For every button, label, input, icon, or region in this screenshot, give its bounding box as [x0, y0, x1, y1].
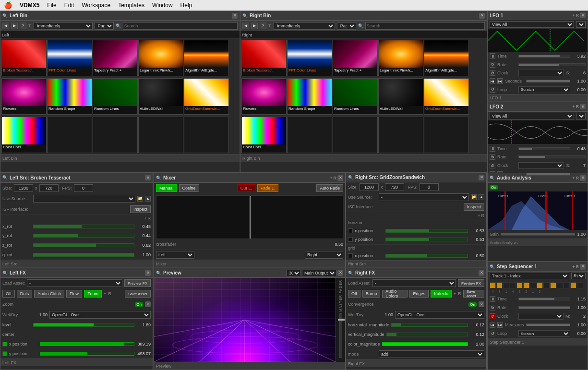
left-bin-help[interactable]: ? — [20, 23, 26, 29]
left-src-qrot-slider[interactable] — [33, 253, 134, 257]
lfo1-loop-icon[interactable]: ↺ — [490, 87, 495, 93]
seq-ff-icon[interactable]: ⏭ — [497, 322, 503, 328]
lfo1-pause-icon[interactable]: ⏸ — [490, 53, 495, 59]
lfo1-clock-icon[interactable]: ⏱ — [490, 70, 495, 76]
left-bin-search[interactable] — [123, 22, 238, 30]
right-src-hx-slider[interactable] — [385, 229, 468, 233]
right-src-width[interactable] — [360, 183, 379, 191]
preview-close[interactable]: ✕ — [337, 270, 343, 276]
step-cell-1-11[interactable] — [557, 282, 563, 288]
left-src-inspect-btn[interactable]: Inspect — [130, 205, 151, 213]
right-thumb-flowers[interactable]: Flowers — [241, 78, 287, 115]
left-src-r[interactable]: R — [148, 216, 151, 221]
lfo2-r[interactable]: R — [576, 104, 579, 109]
right-fx-preview-btn[interactable]: Preview FX — [458, 279, 484, 287]
step-cell-1-3[interactable] — [503, 282, 509, 288]
step-cell-1-4[interactable] — [510, 282, 516, 288]
audio-r[interactable]: R — [576, 176, 579, 180]
preview-fps-select[interactable]: 30 — [287, 270, 301, 276]
left-thumb-logarithmic[interactable]: LogarithmicPinwh... — [138, 40, 183, 76]
seq-scratch-select[interactable]: Scratch — [518, 330, 570, 337]
seq-kk-icon[interactable]: ⏮ — [490, 322, 495, 328]
left-thumb-fft[interactable]: FFT Color Lines — [47, 40, 92, 76]
seq-pause-icon[interactable]: ⏸ — [490, 296, 495, 302]
seq-time-slider[interactable] — [518, 298, 570, 300]
right-fx-tab-bump[interactable]: Bump — [362, 290, 381, 298]
right-src-r[interactable]: R — [481, 213, 485, 218]
step-seq-r[interactable]: R — [576, 264, 579, 269]
right-fx-horiz-slider[interactable] — [391, 323, 468, 327]
seq-rate-icon[interactable]: ↻ — [490, 305, 495, 310]
left-fx-save-btn[interactable]: Save Asset — [125, 290, 151, 298]
left-fx-level-slider[interactable] — [33, 323, 134, 327]
right-src-use-select[interactable]: - — [379, 193, 469, 201]
right-fx-plus[interactable]: + — [454, 291, 456, 296]
left-thumb-algorithm[interactable]: AlgorithmAtEgde... — [184, 40, 229, 76]
right-thumb-tapestry[interactable]: Tapestry Fract + — [333, 40, 378, 76]
right-fx-tab-kaleido[interactable]: Kaleido — [431, 290, 452, 298]
lfo1-seconds-slider[interactable] — [526, 80, 570, 83]
left-fx-zoom-close[interactable]: ✕ — [145, 301, 151, 307]
right-fx-tab-edges[interactable]: Edges — [409, 290, 429, 298]
preview-output-select[interactable]: Main Output — [302, 270, 336, 276]
lfo2-time-slider[interactable] — [518, 147, 570, 150]
right-src-up-icon[interactable]: ▲ — [479, 194, 484, 200]
right-thumb-gridzoom[interactable]: GridZoomSandwic... — [424, 78, 469, 115]
left-bin-fwd[interactable]: ▶ — [11, 23, 18, 29]
step-seq-rnd-select[interactable]: Rnd — [571, 273, 586, 279]
menu-file[interactable]: File — [47, 2, 56, 9]
right-fx-tab-off[interactable]: Off — [348, 290, 360, 298]
right-fx-vert-slider[interactable] — [386, 333, 468, 336]
lfo1-clock-select[interactable] — [518, 70, 564, 76]
right-bin-page[interactable]: Page — [337, 22, 356, 30]
left-fx-tab-flow[interactable]: Flow — [66, 290, 82, 298]
left-src-plus[interactable]: + — [144, 216, 146, 221]
seq-rate-slider[interactable] — [518, 306, 570, 309]
lfo1-rate-slider[interactable] — [518, 63, 586, 66]
left-fx-tab-zoom[interactable]: Zoom — [84, 290, 102, 298]
left-src-height[interactable] — [39, 184, 59, 192]
lfo2-pause-icon[interactable]: ⏸ — [490, 146, 495, 152]
left-fx-xpos-slider[interactable] — [40, 342, 134, 346]
right-fx-save-btn[interactable]: Save Asset — [463, 290, 484, 298]
step-cell-1-14[interactable] — [577, 282, 583, 288]
left-fx-close[interactable]: ✕ — [145, 270, 151, 276]
left-src-width[interactable] — [14, 184, 33, 192]
mixer-tab-cosine[interactable]: Cosine — [179, 184, 199, 192]
right-fx-mode-select[interactable]: add — [379, 350, 484, 358]
step-cell-1-6[interactable] — [523, 282, 529, 288]
master-fader-track[interactable] — [339, 313, 342, 358]
lfo1-kk-icon[interactable]: ⏮ — [490, 78, 495, 84]
mixer-cf-track[interactable] — [156, 195, 343, 239]
lfo2-viewall-right[interactable] — [576, 113, 586, 119]
right-bin-help[interactable]: ? — [260, 23, 266, 29]
step-cell-1-13[interactable] — [570, 282, 576, 288]
right-thumb-random-lines[interactable]: Random Lines — [333, 78, 378, 115]
left-thumb-broken-tesseract[interactable]: Broken Tesseract — [1, 40, 47, 76]
step-cell-1-8[interactable] — [537, 282, 543, 288]
step-cell-1-12[interactable] — [564, 282, 570, 288]
mixer-left-select[interactable]: Left — [156, 251, 194, 259]
left-src-zrot-slider[interactable] — [33, 243, 134, 247]
right-src-inspect-btn[interactable]: Inspect — [464, 203, 484, 211]
right-thumb-random-shape[interactable]: Random Shape — [287, 78, 332, 115]
left-fx-ypos-slider[interactable] — [40, 352, 134, 356]
lfo2-clock-select[interactable] — [518, 162, 564, 169]
left-thumb-random-lines[interactable]: Random Lines — [93, 78, 138, 115]
lfo2-viewall[interactable]: View All — [490, 113, 574, 119]
audio-on-badge[interactable]: On — [490, 185, 498, 190]
step-cell-1-9[interactable] — [543, 282, 550, 288]
menu-window[interactable]: Window — [152, 2, 173, 9]
seq-clock-icon[interactable]: ⏱ — [490, 313, 495, 319]
step-seq-plus[interactable]: + — [572, 264, 575, 269]
left-src-yrot-slider[interactable] — [33, 234, 134, 238]
lfo2-seconds-slider[interactable] — [526, 173, 570, 176]
right-thumb-logarithmic[interactable]: LogarithmicPinwh... — [378, 40, 423, 76]
left-fx-preview-btn[interactable]: Preview FX — [124, 279, 151, 287]
right-fx-asset-select[interactable]: - — [372, 279, 456, 287]
mixer-r[interactable]: R — [334, 176, 337, 180]
right-src-hy-slider[interactable] — [385, 238, 468, 241]
lfo1-plus[interactable]: + — [572, 13, 575, 18]
lfo1-viewall-right[interactable] — [576, 21, 586, 28]
menu-edit[interactable]: Edit — [64, 2, 74, 9]
